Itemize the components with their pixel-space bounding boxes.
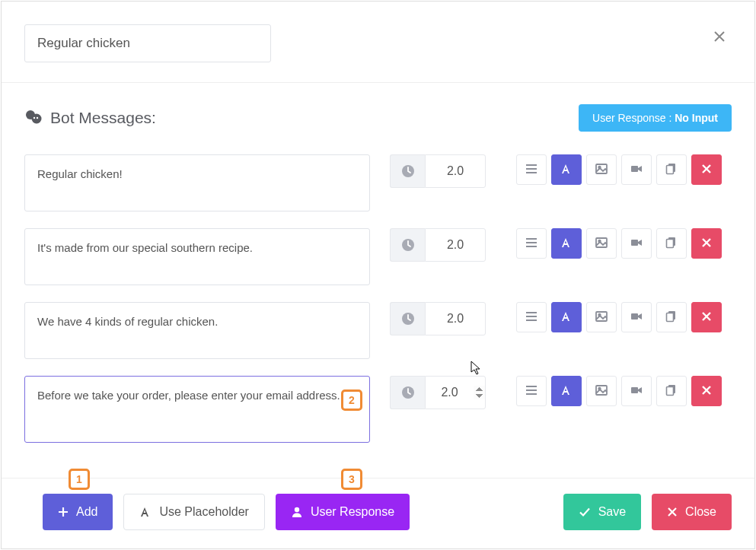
svg-point-1 [32,114,42,124]
svg-rect-13 [631,240,638,246]
clock-icon [390,154,425,188]
messages-list [24,154,732,443]
message-row [24,376,732,443]
message-toolbar [516,302,722,332]
section-title: Bot Messages: [24,109,156,127]
close-icon-button[interactable] [710,27,729,46]
video-button[interactable] [621,228,652,259]
message-text-input[interactable] [24,154,370,211]
copy-button[interactable] [656,302,687,332]
add-button-label: Add [76,505,97,519]
delay-input[interactable] [425,376,486,409]
image-icon [595,236,608,252]
delay-input[interactable] [425,154,486,188]
step-marker-2: 2 [341,389,362,411]
delete-icon [701,385,712,398]
delay-input[interactable] [425,302,486,335]
drag-handle-icon [525,236,538,252]
drag-handle-button[interactable] [516,302,547,332]
text-type-icon [560,310,573,325]
svg-rect-27 [667,386,674,395]
copy-button[interactable] [656,376,687,406]
image-button[interactable] [586,154,617,185]
chat-icon [24,109,43,127]
close-button-label: Close [685,505,716,519]
copy-icon [665,162,678,178]
step-marker-1: 1 [69,469,90,490]
delete-button[interactable] [691,302,722,332]
close-button[interactable]: Close [652,494,732,530]
text-type-button[interactable] [551,154,582,185]
delete-button[interactable] [691,154,722,185]
svg-rect-7 [631,166,638,172]
clock-icon [390,302,425,335]
add-button[interactable]: Add [43,494,113,530]
image-icon [595,162,608,178]
delete-button[interactable] [691,376,722,406]
close-icon [667,507,678,517]
user-response-badge[interactable]: User Response : No Input [579,104,732,132]
message-toolbar [516,376,722,406]
clock-icon [390,376,425,409]
copy-icon [665,310,678,326]
save-button[interactable]: Save [563,494,641,530]
svg-rect-19 [631,313,638,320]
message-row [24,228,732,285]
drag-handle-button[interactable] [516,376,547,406]
delete-button[interactable] [691,228,722,259]
video-button[interactable] [621,154,652,185]
copy-icon [665,383,678,399]
message-text-input[interactable] [24,376,370,443]
svg-rect-25 [631,387,638,393]
plus-icon [58,507,69,517]
svg-point-3 [37,117,38,119]
video-icon [630,162,643,178]
video-button[interactable] [621,376,652,406]
body-header: Bot Messages: User Response : No Input [24,104,732,132]
drag-handle-button[interactable] [516,228,547,259]
delay-input[interactable] [425,228,486,262]
close-icon [713,30,726,43]
delete-icon [701,164,712,176]
delete-icon [701,311,712,324]
section-title-text: Bot Messages: [50,109,156,127]
copy-button[interactable] [656,228,687,259]
text-type-button[interactable] [551,376,582,406]
delete-icon [701,237,712,250]
copy-button[interactable] [656,154,687,185]
font-icon [139,506,152,518]
svg-rect-15 [667,239,674,247]
svg-rect-21 [667,313,674,321]
text-type-icon [560,384,573,399]
drag-handle-button[interactable] [516,154,547,185]
delay-group [390,302,486,335]
user-icon [291,506,303,518]
image-button[interactable] [586,302,617,332]
clock-icon [390,228,425,262]
use-placeholder-button[interactable]: Use Placeholder [123,494,264,530]
image-button[interactable] [586,228,617,259]
text-type-icon [560,163,573,177]
svg-point-28 [295,507,299,512]
use-placeholder-label: Use Placeholder [159,505,248,519]
user-response-value: No Input [675,112,718,124]
svg-point-2 [33,117,35,119]
title-input[interactable] [24,24,271,62]
delay-group [390,228,486,262]
modal-body: Bot Messages: User Response : No Input [2,83,754,478]
text-type-button[interactable] [551,228,582,259]
video-button[interactable] [621,302,652,332]
image-button[interactable] [586,376,617,406]
message-text-input[interactable] [24,302,370,359]
modal-header [2,2,754,83]
text-type-button[interactable] [551,302,582,332]
image-icon [595,310,608,326]
video-icon [630,383,643,399]
video-icon [630,236,643,252]
message-text-input[interactable] [24,228,370,285]
message-toolbar [516,154,722,185]
video-icon [630,310,643,326]
drag-handle-icon [525,310,538,326]
user-response-button[interactable]: User Response [276,494,410,530]
user-response-label: User Response : [592,112,671,124]
